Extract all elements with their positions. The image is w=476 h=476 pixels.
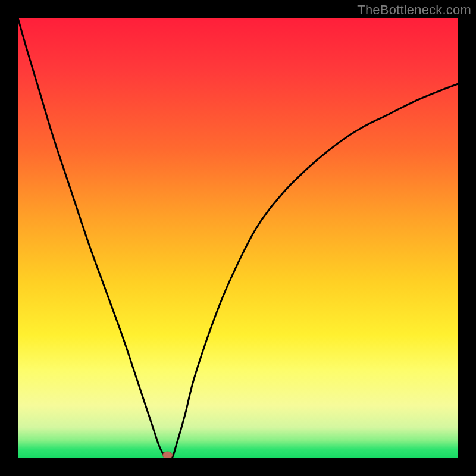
curve-layer xyxy=(18,18,458,458)
minimum-marker xyxy=(163,452,173,458)
plot-area xyxy=(18,18,458,458)
watermark-text: TheBottleneck.com xyxy=(357,2,471,18)
bottleneck-curve xyxy=(18,18,458,458)
chart-frame: TheBottleneck.com xyxy=(0,0,476,476)
